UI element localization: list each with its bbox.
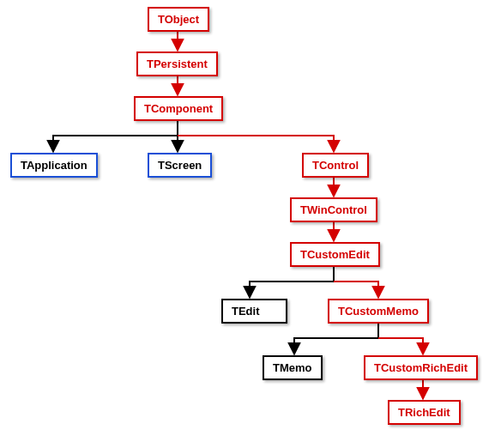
node-trichedit: TRichEdit: [388, 400, 461, 425]
node-tcustommemo: TCustomMemo: [328, 299, 429, 324]
edge-tcomponent-tcontrol: [178, 136, 334, 152]
node-tedit: TEdit: [221, 299, 287, 324]
node-tpersistent: TPersistent: [136, 51, 218, 76]
edge-tcustomedit-tedit: [250, 282, 334, 298]
node-tcustomedit: TCustomEdit: [290, 242, 380, 267]
edge-layer: [0, 0, 495, 448]
edge-tcustommemo-tmemo: [294, 338, 378, 354]
node-tapplication: TApplication: [10, 153, 98, 178]
node-tmemo: TMemo: [263, 355, 323, 380]
edge-tcomponent-tapplication: [53, 136, 178, 152]
hierarchy-diagram: TObject TPersistent TComponent TApplicat…: [0, 0, 495, 448]
node-tcustomrichedit: TCustomRichEdit: [364, 355, 478, 380]
node-tcomponent: TComponent: [134, 96, 223, 121]
edge-tcustomedit-tcustommemo: [334, 282, 378, 298]
edge-tcustommemo-tcustomrichedit: [378, 338, 423, 354]
node-tcontrol: TControl: [302, 153, 369, 178]
node-tscreen: TScreen: [148, 153, 212, 178]
node-twincontrol: TWinControl: [290, 197, 377, 222]
node-tobject: TObject: [148, 7, 209, 32]
